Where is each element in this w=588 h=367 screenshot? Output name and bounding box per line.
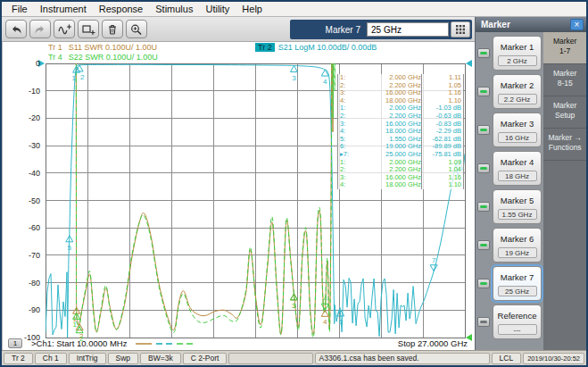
marker-5-button[interactable]: Marker 51.55 GHz (493, 189, 542, 224)
redo-icon (33, 23, 47, 36)
keypad-icon (455, 24, 466, 35)
add-trace-icon (57, 23, 71, 36)
y-tick: -60 (4, 223, 40, 232)
marker-3-label: 3 (292, 74, 296, 82)
marker-1-label: 1 (71, 74, 76, 82)
menu-help[interactable]: Help (236, 2, 269, 16)
y-tick: -10 (4, 87, 40, 96)
status-message: A3306.1.csa has been saved. (315, 353, 490, 364)
status-spacer (228, 353, 312, 364)
trace-label-tr2[interactable]: Tr 2S21 LogM 10.00dB/ 0.00dB (255, 43, 377, 52)
marker-1-button[interactable]: Marker 12 GHz (493, 36, 542, 71)
toolbar-redo-button[interactable] (29, 20, 51, 38)
marker-button-list: Marker 12 GHzMarker 22.2 GHzMarker 316 G… (476, 32, 543, 350)
reference-row: Reference--- (476, 304, 543, 339)
marker-6-label: Marker 6 (495, 234, 539, 244)
marker-6-toggle[interactable] (477, 240, 490, 250)
marker-4-label: 4 (323, 78, 327, 86)
marker-3-symbol (290, 66, 297, 72)
keypad-button[interactable] (451, 21, 470, 38)
led-indicator-on (480, 90, 487, 93)
led-indicator-on (480, 129, 487, 131)
reference-toggle[interactable] (477, 317, 490, 327)
trace-legend-dashes (134, 340, 193, 347)
toolbar-icons (5, 20, 150, 38)
marker-5-toggle[interactable] (477, 202, 490, 212)
menu-instrument[interactable]: Instrument (34, 2, 93, 16)
menu-stimulus[interactable]: Stimulus (149, 2, 199, 16)
marker-6-button[interactable]: Marker 619 GHz (493, 228, 542, 263)
marker-6-label: 6 (338, 318, 343, 326)
marker-panel: Marker × Marker 12 GHzMarker 22.2 GHzMar… (475, 17, 586, 350)
marker-3-value: 16 GHz (498, 132, 537, 143)
stop-frequency-label: Stop 27.0000 GHz (398, 338, 468, 348)
marker-panel-header: Marker × (476, 17, 586, 32)
menu-response[interactable]: Response (93, 2, 150, 16)
marker-1-label: Marker 1 (495, 42, 539, 52)
tab-marker-functions[interactable]: Marker → Functions (543, 129, 586, 161)
marker-value-input[interactable] (367, 22, 449, 37)
marker-1-toggle[interactable] (477, 48, 490, 58)
marker-3-toggle[interactable] (477, 125, 490, 135)
toolbar-add-trace-button[interactable] (54, 20, 75, 38)
marker-4-toggle[interactable] (477, 163, 490, 173)
marker-7-row: Marker 725 GHz (476, 266, 543, 301)
y-tick: -90 (4, 305, 40, 314)
tab-marker-setup[interactable]: Marker Setup (543, 96, 586, 129)
status-inttrig: IntTrig (69, 353, 106, 364)
y-tick: -40 (4, 169, 40, 178)
reference-button[interactable]: Reference--- (493, 304, 542, 339)
zoom-icon (129, 23, 144, 36)
y-tick: -20 (4, 113, 40, 122)
close-icon[interactable]: × (570, 19, 584, 30)
marker-7-toggle[interactable] (477, 279, 490, 288)
led-indicator-on (480, 167, 487, 170)
y-tick: -70 (4, 251, 40, 260)
marker-readout-table: 1:2.000 GHz1.112:2.200 GHz1.053:16.000 G… (337, 74, 464, 189)
marker-6-value: 19 GHz (498, 247, 537, 258)
toolbar-new-window-button[interactable] (78, 20, 99, 38)
marker-panel-tabs: Marker 1-7Marker 8-15Marker SetupMarker … (543, 32, 586, 350)
marker-7-label: 7 (432, 256, 436, 264)
trace-labels: Tr 1S11 SWR 0.100U/ 1.00UTr 2S21 LogM 10… (3, 42, 475, 63)
new-window-icon (81, 23, 95, 36)
tab-marker-8-15[interactable]: Marker 8-15 (543, 64, 586, 96)
marker-5-label: 5 (68, 244, 72, 252)
marker-4-label: 4 (323, 295, 327, 303)
toolbar-zoom-button[interactable] (126, 20, 147, 38)
marker-4-label: 4 (323, 318, 327, 326)
marker-2-label: 2 (80, 73, 85, 81)
menu-file[interactable]: File (5, 2, 34, 16)
x-axis-annotation: 1 >Ch1: Start 10.0000 MHz Stop 27.0000 G… (3, 338, 475, 350)
menu-utility[interactable]: Utility (199, 2, 236, 16)
toolbar-undo-button[interactable] (5, 20, 27, 38)
trace-label-tr1[interactable]: Tr 1S11 SWR 0.100U/ 1.00U (46, 43, 157, 52)
reference-label: Reference (495, 311, 539, 321)
marker-5-label: Marker 5 (495, 196, 539, 205)
marker-2-toggle[interactable] (477, 87, 490, 96)
marker-7-button[interactable]: Marker 725 GHz (493, 266, 542, 301)
marker-5-row: Marker 51.55 GHz (476, 189, 543, 224)
trace-label-tr4[interactable]: Tr 4S22 SWR 0.100U/ 1.00U (46, 53, 158, 62)
y-tick: 0 (4, 59, 40, 68)
status-timestamp: 2019/10/30-20:52 (523, 353, 584, 364)
toolbar-delete-button[interactable] (102, 20, 123, 38)
y-tick: -80 (4, 279, 40, 288)
menubar: FileInstrumentResponseStimulusUtilityHel… (2, 2, 586, 17)
active-entry-bar: Marker 7 (290, 20, 472, 39)
plot-area: 123456712341234 Tr 1S11 SWR 0.100U/ 1.00… (2, 42, 475, 350)
led-indicator-on (480, 52, 487, 54)
marker-2-button[interactable]: Marker 22.2 GHz (493, 74, 542, 109)
status-bw-3k: BW=3k (140, 353, 181, 364)
tab-marker-1-7[interactable]: Marker 1-7 (543, 32, 586, 64)
trace-tr1_s11_swr (76, 42, 334, 334)
led-indicator-on (480, 282, 487, 285)
marker-3-button[interactable]: Marker 316 GHz (493, 113, 542, 147)
led-indicator-off (480, 321, 487, 323)
marker-6-row: Marker 619 GHz (476, 228, 543, 263)
trace-tr4_s22_swr (76, 42, 335, 338)
led-indicator-on (480, 244, 487, 246)
channel-badge[interactable]: 1 (8, 338, 22, 348)
marker-4-button[interactable]: Marker 418 GHz (493, 151, 542, 186)
y-tick: -30 (4, 141, 40, 150)
